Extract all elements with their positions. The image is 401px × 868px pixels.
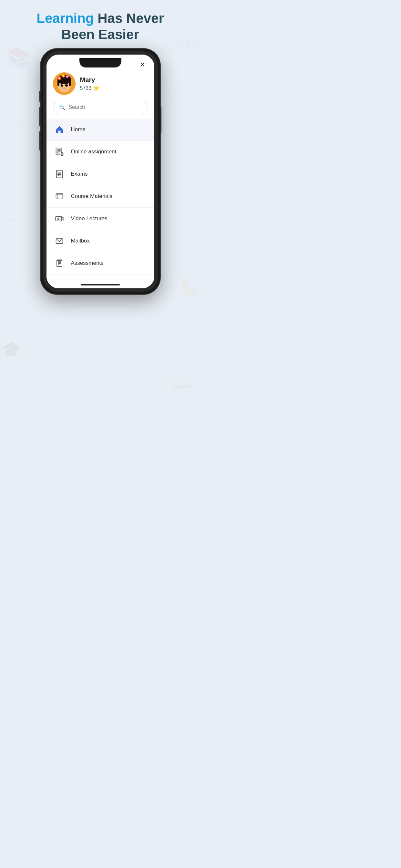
svg-point-15	[58, 77, 60, 79]
svg-point-17	[62, 74, 64, 76]
svg-rect-13	[69, 80, 71, 86]
video-lectures-icon	[54, 213, 65, 224]
menu-label-assessments: Assessments	[71, 260, 104, 267]
svg-point-21	[65, 84, 68, 87]
home-indicator-bar	[81, 284, 120, 285]
menu-label-home: Home	[71, 126, 86, 133]
search-input[interactable]	[69, 104, 142, 110]
menu-item-video-lectures[interactable]: Video Lectures	[47, 208, 154, 230]
svg-text:📐: 📐	[181, 277, 199, 294]
screen-content: ✕	[47, 55, 154, 288]
menu-item-online-assignment[interactable]: Online assignment	[47, 141, 154, 163]
hero-section: Learning Has NeverBeen Easier	[36, 10, 164, 43]
menu-item-home[interactable]: Home	[47, 119, 154, 141]
svg-rect-12	[58, 80, 59, 86]
phone-notch	[80, 58, 121, 67]
menu-label-exams: Exams	[71, 171, 88, 177]
svg-rect-26	[57, 149, 57, 154]
svg-point-19	[66, 75, 68, 77]
phone-mockup: ✕	[41, 49, 160, 294]
svg-text:ABC: ABC	[174, 34, 201, 52]
svg-point-23	[66, 84, 67, 85]
exams-icon	[54, 168, 65, 180]
svg-text:📚: 📚	[6, 46, 31, 69]
menu-list: Home	[47, 119, 154, 281]
home-icon	[54, 124, 65, 135]
profile-section: Mary 5733 ⭐	[47, 69, 154, 99]
menu-item-assessments[interactable]: Assessments	[47, 252, 154, 275]
profile-stars: 5733 ⭐	[80, 85, 99, 91]
online-assignment-icon	[54, 146, 65, 158]
svg-text:🎓: 🎓	[2, 340, 22, 360]
svg-text:✏: ✏	[178, 182, 189, 196]
avatar	[53, 72, 75, 95]
profile-info: Mary 5733 ⭐	[80, 76, 99, 91]
menu-item-course-materials[interactable]: Course Materials	[47, 185, 154, 208]
svg-rect-38	[56, 194, 63, 199]
svg-text:1+0=1: 1+0=1	[171, 95, 197, 105]
menu-label-course-materials: Course Materials	[71, 193, 113, 199]
hero-highlight: Learning	[36, 11, 94, 26]
mailbox-icon	[54, 235, 65, 247]
svg-text:10÷2: 10÷2	[3, 121, 23, 131]
menu-item-mailbox[interactable]: Mailbox	[47, 230, 154, 252]
search-container: 🔍	[47, 99, 154, 119]
svg-text:✂: ✂	[3, 212, 17, 229]
home-indicator	[47, 281, 154, 288]
svg-point-22	[62, 84, 63, 85]
search-bar[interactable]: 🔍	[53, 101, 148, 114]
close-button[interactable]: ✕	[137, 59, 148, 70]
svg-rect-31	[61, 152, 63, 155]
profile-name: Mary	[80, 76, 99, 84]
assessments-icon	[54, 257, 65, 269]
menu-label-video-lectures: Video Lectures	[71, 215, 107, 222]
course-materials-icon	[54, 190, 65, 202]
menu-item-discussion-rooms[interactable]: Discussion Rooms	[47, 275, 154, 281]
menu-item-exams[interactable]: Exams	[47, 163, 154, 185]
svg-point-20	[61, 84, 63, 87]
svg-text:📖: 📖	[171, 372, 191, 392]
menu-label-mailbox: Mailbox	[71, 238, 90, 244]
svg-rect-43	[56, 216, 62, 221]
svg-point-45	[58, 218, 58, 219]
search-icon: 🔍	[59, 104, 66, 111]
svg-point-24	[64, 87, 65, 88]
menu-label-online-assignment: Online assignment	[71, 149, 117, 155]
